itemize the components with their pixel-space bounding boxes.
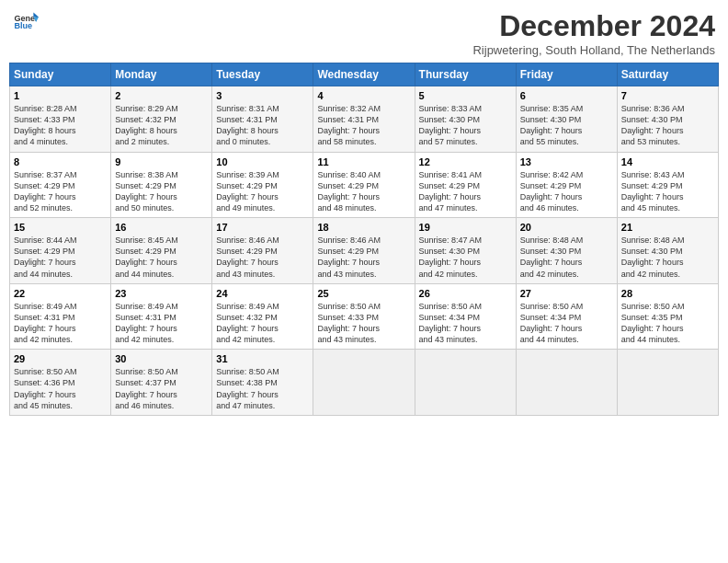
day-number: 7 [621, 90, 714, 101]
day-info: Sunrise: 8:29 AMSunset: 4:32 PMDaylight:… [115, 103, 208, 148]
day-info: Sunrise: 8:50 AMSunset: 4:34 PMDaylight:… [520, 301, 613, 346]
calendar-cell [516, 350, 617, 416]
calendar-cell: 17Sunrise: 8:46 AMSunset: 4:29 PMDayligh… [212, 218, 313, 284]
day-info: Sunrise: 8:38 AMSunset: 4:29 PMDaylight:… [115, 169, 208, 214]
col-header-sunday: Sunday [10, 63, 111, 86]
calendar-cell: 29Sunrise: 8:50 AMSunset: 4:36 PMDayligh… [10, 350, 111, 416]
day-info: Sunrise: 8:50 AMSunset: 4:35 PMDaylight:… [621, 301, 714, 346]
day-number: 28 [621, 288, 714, 299]
calendar-cell: 11Sunrise: 8:40 AMSunset: 4:29 PMDayligh… [313, 152, 415, 218]
day-number: 9 [115, 156, 208, 167]
calendar-table: SundayMondayTuesdayWednesdayThursdayFrid… [9, 63, 719, 416]
svg-text:Blue: Blue [14, 21, 32, 30]
day-info: Sunrise: 8:37 AMSunset: 4:29 PMDaylight:… [14, 169, 107, 214]
day-number: 2 [115, 90, 208, 101]
calendar-cell: 3Sunrise: 8:31 AMSunset: 4:31 PMDaylight… [212, 86, 313, 153]
day-info: Sunrise: 8:49 AMSunset: 4:31 PMDaylight:… [115, 301, 208, 346]
day-info: Sunrise: 8:48 AMSunset: 4:30 PMDaylight:… [520, 235, 613, 280]
calendar-cell: 18Sunrise: 8:46 AMSunset: 4:29 PMDayligh… [313, 218, 415, 284]
day-info: Sunrise: 8:33 AMSunset: 4:30 PMDaylight:… [419, 103, 512, 148]
day-info: Sunrise: 8:45 AMSunset: 4:29 PMDaylight:… [115, 235, 208, 280]
day-info: Sunrise: 8:32 AMSunset: 4:31 PMDaylight:… [317, 103, 410, 148]
day-number: 15 [14, 222, 107, 233]
calendar-cell: 12Sunrise: 8:41 AMSunset: 4:29 PMDayligh… [415, 152, 516, 218]
logo: General Blue [13, 9, 39, 35]
calendar-cell: 7Sunrise: 8:36 AMSunset: 4:30 PMDaylight… [617, 86, 718, 153]
day-number: 3 [216, 90, 309, 101]
day-info: Sunrise: 8:50 AMSunset: 4:33 PMDaylight:… [317, 301, 410, 346]
day-number: 1 [14, 90, 107, 101]
day-number: 16 [115, 222, 208, 233]
calendar-cell: 6Sunrise: 8:35 AMSunset: 4:30 PMDaylight… [516, 86, 617, 153]
day-info: Sunrise: 8:39 AMSunset: 4:29 PMDaylight:… [216, 169, 309, 214]
calendar-cell: 22Sunrise: 8:49 AMSunset: 4:31 PMDayligh… [10, 283, 111, 350]
col-header-wednesday: Wednesday [313, 63, 415, 86]
day-info: Sunrise: 8:40 AMSunset: 4:29 PMDaylight:… [317, 169, 410, 214]
calendar-cell [313, 350, 415, 416]
day-number: 18 [317, 222, 410, 233]
day-info: Sunrise: 8:50 AMSunset: 4:36 PMDaylight:… [14, 366, 107, 411]
day-number: 14 [621, 156, 714, 167]
day-info: Sunrise: 8:49 AMSunset: 4:31 PMDaylight:… [14, 301, 107, 346]
calendar-cell: 30Sunrise: 8:50 AMSunset: 4:37 PMDayligh… [111, 350, 212, 416]
calendar-cell: 8Sunrise: 8:37 AMSunset: 4:29 PMDaylight… [10, 152, 111, 218]
calendar-cell: 4Sunrise: 8:32 AMSunset: 4:31 PMDaylight… [313, 86, 415, 153]
day-number: 4 [317, 90, 410, 101]
day-info: Sunrise: 8:49 AMSunset: 4:32 PMDaylight:… [216, 301, 309, 346]
day-number: 31 [216, 353, 309, 364]
calendar-cell: 9Sunrise: 8:38 AMSunset: 4:29 PMDaylight… [111, 152, 212, 218]
day-number: 25 [317, 288, 410, 299]
calendar-cell [617, 350, 718, 416]
day-info: Sunrise: 8:47 AMSunset: 4:30 PMDaylight:… [419, 235, 512, 280]
day-number: 8 [14, 156, 107, 167]
day-number: 21 [621, 222, 714, 233]
day-info: Sunrise: 8:42 AMSunset: 4:29 PMDaylight:… [520, 169, 613, 214]
day-number: 30 [115, 353, 208, 364]
day-info: Sunrise: 8:28 AMSunset: 4:33 PMDaylight:… [14, 103, 107, 148]
logo-icon: General Blue [13, 9, 39, 35]
day-info: Sunrise: 8:41 AMSunset: 4:29 PMDaylight:… [419, 169, 512, 214]
calendar-cell: 19Sunrise: 8:47 AMSunset: 4:30 PMDayligh… [415, 218, 516, 284]
title-block: December 2024 Rijpwetering, South Hollan… [472, 9, 715, 57]
calendar-cell: 21Sunrise: 8:48 AMSunset: 4:30 PMDayligh… [617, 218, 718, 284]
day-number: 6 [520, 90, 613, 101]
day-number: 11 [317, 156, 410, 167]
day-info: Sunrise: 8:35 AMSunset: 4:30 PMDaylight:… [520, 103, 613, 148]
calendar-cell: 10Sunrise: 8:39 AMSunset: 4:29 PMDayligh… [212, 152, 313, 218]
day-info: Sunrise: 8:43 AMSunset: 4:29 PMDaylight:… [621, 169, 714, 214]
day-number: 27 [520, 288, 613, 299]
day-number: 20 [520, 222, 613, 233]
calendar-cell: 28Sunrise: 8:50 AMSunset: 4:35 PMDayligh… [617, 283, 718, 350]
day-info: Sunrise: 8:46 AMSunset: 4:29 PMDaylight:… [317, 235, 410, 280]
day-number: 10 [216, 156, 309, 167]
day-number: 22 [14, 288, 107, 299]
day-info: Sunrise: 8:46 AMSunset: 4:29 PMDaylight:… [216, 235, 309, 280]
day-number: 24 [216, 288, 309, 299]
page-header: General Blue December 2024 Rijpwetering,… [9, 9, 719, 57]
calendar-cell: 25Sunrise: 8:50 AMSunset: 4:33 PMDayligh… [313, 283, 415, 350]
calendar-cell [415, 350, 516, 416]
day-number: 29 [14, 353, 107, 364]
calendar-cell: 26Sunrise: 8:50 AMSunset: 4:34 PMDayligh… [415, 283, 516, 350]
day-number: 23 [115, 288, 208, 299]
calendar-cell: 31Sunrise: 8:50 AMSunset: 4:38 PMDayligh… [212, 350, 313, 416]
location: Rijpwetering, South Holland, The Netherl… [472, 43, 715, 57]
day-info: Sunrise: 8:36 AMSunset: 4:30 PMDaylight:… [621, 103, 714, 148]
calendar-cell: 15Sunrise: 8:44 AMSunset: 4:29 PMDayligh… [10, 218, 111, 284]
day-number: 12 [419, 156, 512, 167]
col-header-thursday: Thursday [415, 63, 516, 86]
day-info: Sunrise: 8:48 AMSunset: 4:30 PMDaylight:… [621, 235, 714, 280]
col-header-monday: Monday [111, 63, 212, 86]
calendar-cell: 20Sunrise: 8:48 AMSunset: 4:30 PMDayligh… [516, 218, 617, 284]
col-header-tuesday: Tuesday [212, 63, 313, 86]
day-number: 13 [520, 156, 613, 167]
calendar-cell: 23Sunrise: 8:49 AMSunset: 4:31 PMDayligh… [111, 283, 212, 350]
day-number: 19 [419, 222, 512, 233]
calendar-cell: 5Sunrise: 8:33 AMSunset: 4:30 PMDaylight… [415, 86, 516, 153]
day-info: Sunrise: 8:44 AMSunset: 4:29 PMDaylight:… [14, 235, 107, 280]
calendar-cell: 2Sunrise: 8:29 AMSunset: 4:32 PMDaylight… [111, 86, 212, 153]
day-info: Sunrise: 8:50 AMSunset: 4:37 PMDaylight:… [115, 366, 208, 411]
calendar-cell: 13Sunrise: 8:42 AMSunset: 4:29 PMDayligh… [516, 152, 617, 218]
col-header-saturday: Saturday [617, 63, 718, 86]
day-info: Sunrise: 8:31 AMSunset: 4:31 PMDaylight:… [216, 103, 309, 148]
